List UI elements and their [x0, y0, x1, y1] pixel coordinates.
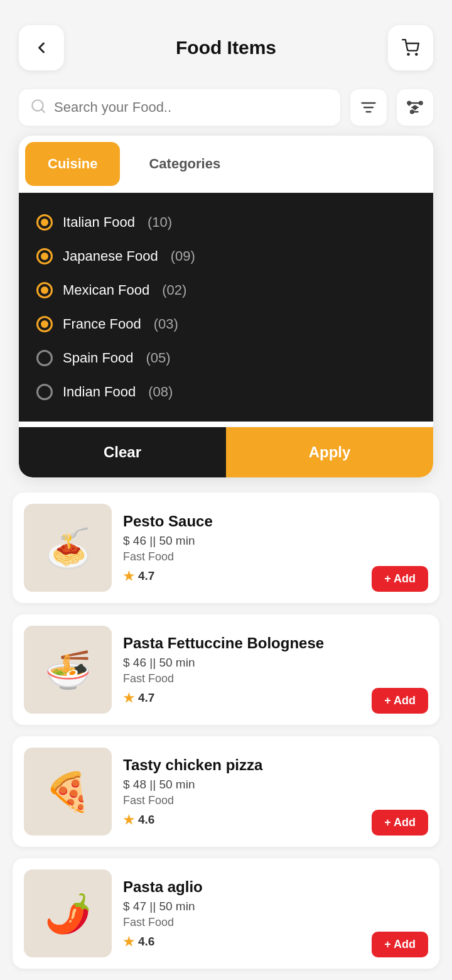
food-meta-2: $ 46 || 50 min — [123, 656, 428, 670]
food-item-2: 🍜 Pasta Fettuccine Bolognese $ 46 || 50 … — [13, 614, 439, 725]
star-icon-1: ★ — [123, 569, 134, 584]
option-indian-count: (08) — [148, 384, 173, 400]
option-france[interactable]: France Food (03) — [19, 307, 433, 341]
radio-mexican — [36, 282, 53, 298]
option-mexican[interactable]: Mexican Food (02) — [19, 273, 433, 307]
option-italian[interactable]: Italian Food (10) — [19, 205, 433, 239]
food-emoji-4: 🌶️ — [24, 869, 112, 957]
star-icon-2: ★ — [123, 690, 134, 705]
header: Food Items — [0, 0, 452, 83]
clear-button[interactable]: Clear — [19, 427, 226, 477]
food-name-3: Tasty chicken pizza — [123, 756, 428, 774]
food-name-4: Pasta aglio — [123, 878, 428, 896]
food-category-2: Fast Food — [123, 672, 428, 685]
food-meta-3: $ 48 || 50 min — [123, 778, 428, 792]
tab-categories[interactable]: Categories — [126, 136, 243, 192]
radio-france — [36, 316, 53, 332]
option-italian-label: Italian Food — [63, 214, 135, 231]
option-mexican-count: (02) — [162, 282, 186, 298]
food-category-4: Fast Food — [123, 916, 428, 929]
food-name-1: Pesto Sauce — [123, 513, 428, 530]
option-japanese-count: (09) — [171, 248, 195, 264]
food-category-3: Fast Food — [123, 794, 428, 807]
option-france-count: (03) — [154, 316, 178, 332]
radio-japanese — [36, 248, 53, 264]
option-japanese[interactable]: Japanese Food (09) — [19, 239, 433, 273]
food-image-4: 🌶️ — [24, 869, 112, 957]
filter-actions: Clear Apply — [19, 427, 433, 477]
add-button-2[interactable]: + Add — [372, 688, 428, 714]
food-category-1: Fast Food — [123, 550, 428, 564]
cuisine-dropdown: Italian Food (10) Japanese Food (09) Mex… — [19, 193, 433, 422]
search-row — [0, 83, 452, 136]
add-button-3[interactable]: + Add — [372, 810, 428, 836]
option-spain[interactable]: Spain Food (05) — [19, 341, 433, 375]
svg-point-1 — [416, 53, 417, 55]
food-item-3: 🍕 Tasty chicken pizza $ 48 || 50 min Fas… — [13, 736, 439, 847]
food-list: 🍝 Pesto Sauce $ 46 || 50 min Fast Food ★… — [0, 493, 452, 969]
svg-line-3 — [41, 109, 45, 112]
food-item-4: 🌶️ Pasta aglio $ 47 || 50 min Fast Food … — [13, 858, 439, 969]
add-button-1[interactable]: + Add — [372, 566, 428, 592]
filter-button[interactable] — [397, 89, 433, 126]
food-image-1: 🍝 — [24, 504, 112, 592]
food-item-1: 🍝 Pesto Sauce $ 46 || 50 min Fast Food ★… — [13, 493, 439, 603]
radio-spain — [36, 350, 53, 366]
back-button[interactable] — [19, 25, 64, 70]
svg-point-0 — [407, 53, 409, 55]
food-name-2: Pasta Fettuccine Bolognese — [123, 634, 428, 652]
apply-button[interactable]: Apply — [226, 427, 433, 477]
option-japanese-label: Japanese Food — [63, 248, 158, 264]
page-title: Food Items — [176, 37, 276, 58]
option-italian-count: (10) — [148, 214, 172, 231]
food-meta-4: $ 47 || 50 min — [123, 900, 428, 913]
search-icon — [30, 98, 46, 117]
filter-tabs: Cuisine Categories — [19, 136, 433, 193]
option-indian-label: Indian Food — [63, 384, 136, 400]
option-mexican-label: Mexican Food — [63, 282, 149, 298]
star-icon-4: ★ — [123, 934, 134, 949]
food-image-3: 🍕 — [24, 748, 112, 836]
option-spain-label: Spain Food — [63, 350, 134, 366]
radio-indian — [36, 384, 53, 400]
star-icon-3: ★ — [123, 812, 134, 827]
search-input[interactable] — [54, 99, 329, 116]
add-button-4[interactable]: + Add — [372, 932, 428, 957]
cart-button[interactable] — [388, 25, 433, 70]
option-france-label: France Food — [63, 316, 141, 332]
option-spain-count: (05) — [146, 350, 171, 366]
option-indian[interactable]: Indian Food (08) — [19, 375, 433, 409]
food-emoji-2: 🍜 — [24, 626, 112, 714]
search-box — [19, 89, 340, 126]
sort-button[interactable] — [350, 89, 387, 126]
food-meta-1: $ 46 || 50 min — [123, 534, 428, 548]
filter-card: Cuisine Categories Italian Food (10) Jap… — [19, 136, 433, 477]
food-emoji-3: 🍕 — [24, 748, 112, 836]
radio-italian — [36, 214, 53, 231]
food-image-2: 🍜 — [24, 626, 112, 714]
food-emoji-1: 🍝 — [24, 504, 112, 592]
tab-cuisine[interactable]: Cuisine — [25, 142, 120, 186]
